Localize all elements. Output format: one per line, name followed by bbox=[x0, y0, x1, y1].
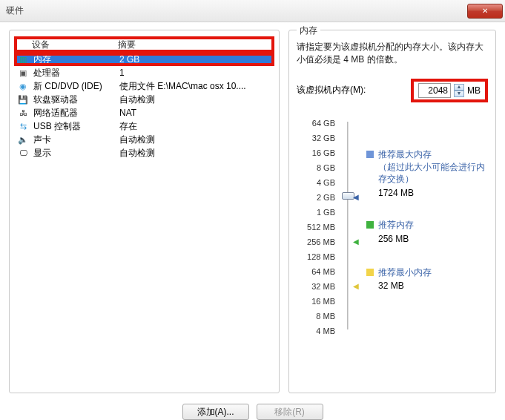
device-list: ▥内存2 GB▣处理器1◉新 CD/DVD (IDE)使用文件 E:\MAC\m… bbox=[14, 53, 274, 388]
device-row[interactable]: 🔈声卡自动检测 bbox=[14, 133, 274, 146]
memory-icon: ▥ bbox=[17, 53, 29, 65]
slider-tick: 8 MB bbox=[297, 309, 338, 324]
device-name: 新 CD/DVD (IDE) bbox=[33, 80, 115, 93]
device-name: 处理器 bbox=[33, 67, 115, 79]
legend-rec-swatch bbox=[366, 221, 374, 229]
device-row[interactable]: ◉新 CD/DVD (IDE)使用文件 E:\MAC\mac osx 10...… bbox=[14, 79, 274, 93]
memory-spin-down[interactable]: ▼ bbox=[454, 91, 464, 97]
memory-description: 请指定要为该虚拟机分配的内存大小。该内存大小值必须是 4 MB 的倍数。 bbox=[297, 41, 488, 67]
device-row[interactable]: ▥内存2 GB bbox=[14, 53, 274, 66]
marker-max-icon: ◀ bbox=[353, 193, 359, 201]
slider-tick: 512 MB bbox=[297, 220, 338, 234]
processor-icon: ▣ bbox=[17, 67, 29, 79]
slider-tick: 64 MB bbox=[297, 264, 338, 279]
slider-tick: 64 GB bbox=[297, 116, 338, 131]
slider-tick: 256 MB bbox=[297, 234, 338, 249]
column-summary: 摘要 bbox=[118, 39, 136, 51]
legend-max-label: 推荐最大内存 bbox=[378, 148, 488, 161]
floppy-icon: 💾 bbox=[17, 93, 29, 105]
add-button[interactable]: 添加(A)... bbox=[182, 404, 249, 420]
slider-tick: 4 GB bbox=[297, 175, 338, 190]
legend-min-value: 32 MB bbox=[378, 280, 432, 292]
legend-max-value: 1724 MB bbox=[378, 187, 488, 200]
memory-settings-panel: 内存 请指定要为该虚拟机分配的内存大小。该内存大小值必须是 4 MB 的倍数。 … bbox=[288, 30, 496, 393]
group-label-memory: 内存 bbox=[297, 24, 320, 37]
slider-tick: 32 GB bbox=[297, 131, 338, 145]
slider-tick: 2 GB bbox=[297, 190, 338, 205]
memory-slider[interactable]: ◀ ◀ ◀ bbox=[338, 116, 360, 338]
device-name: 软盘驱动器 bbox=[33, 93, 115, 106]
legend-rec-label: 推荐内存 bbox=[378, 219, 414, 232]
marker-min-icon: ◀ bbox=[353, 282, 359, 290]
marker-rec-icon: ◀ bbox=[353, 237, 359, 246]
memory-input-label: 该虚拟机内存(M): bbox=[297, 84, 406, 96]
device-row[interactable]: ⇆USB 控制器存在 bbox=[14, 119, 274, 133]
device-name: 网络适配器 bbox=[33, 107, 115, 119]
titlebar: 硬件 ✕ bbox=[0, 0, 505, 22]
memory-spin-up[interactable]: ▲ bbox=[454, 84, 464, 91]
legend-min: 推荐最小内存 32 MB bbox=[366, 266, 488, 293]
legend-rec-value: 256 MB bbox=[378, 233, 414, 246]
cd-dvd-icon: ◉ bbox=[17, 80, 29, 92]
legend-max-swatch bbox=[366, 151, 374, 158]
button-row: 添加(A)... 移除(R) bbox=[0, 398, 505, 420]
slider-tick-labels: 64 GB32 GB16 GB8 GB4 GB2 GB1 GB512 MB256… bbox=[297, 116, 338, 338]
memory-input[interactable] bbox=[418, 83, 451, 98]
remove-button[interactable]: 移除(R) bbox=[257, 404, 323, 420]
device-summary: 自动检测 bbox=[119, 93, 274, 106]
legend-min-label: 推荐最小内存 bbox=[378, 266, 432, 279]
device-row[interactable]: 💾软盘驱动器自动检测 bbox=[14, 93, 274, 106]
legend-max-note: （超过此大小可能会进行内存交换） bbox=[378, 161, 488, 186]
slider-tick: 8 GB bbox=[297, 160, 338, 175]
device-name: 内存 bbox=[33, 53, 115, 66]
display-icon: 🖵 bbox=[17, 147, 29, 159]
device-summary: NAT bbox=[119, 108, 274, 118]
slider-tick: 16 GB bbox=[297, 145, 338, 160]
memory-legend: 推荐最大内存 （超过此大小可能会进行内存交换） 1724 MB 推荐内存 256… bbox=[360, 116, 488, 338]
device-summary: 2 GB bbox=[119, 54, 274, 65]
legend-rec: 推荐内存 256 MB bbox=[366, 219, 488, 246]
column-device: 设备 bbox=[32, 39, 118, 51]
sound-card-icon: 🔈 bbox=[17, 134, 29, 145]
device-summary: 自动检测 bbox=[119, 147, 274, 160]
device-name: 显示 bbox=[33, 147, 115, 160]
legend-max: 推荐最大内存 （超过此大小可能会进行内存交换） 1724 MB bbox=[366, 148, 488, 200]
memory-input-highlight: ▲ ▼ MB bbox=[411, 79, 488, 102]
device-summary: 存在 bbox=[119, 120, 274, 133]
device-name: USB 控制器 bbox=[33, 120, 115, 133]
device-row[interactable]: 🖵显示自动检测 bbox=[14, 146, 274, 160]
window-title: 硬件 bbox=[6, 4, 24, 17]
device-summary: 使用文件 E:\MAC\mac osx 10.... bbox=[119, 80, 274, 93]
memory-unit: MB bbox=[467, 85, 481, 96]
legend-min-swatch bbox=[366, 269, 374, 276]
network-adapter-icon: 🖧 bbox=[17, 107, 29, 119]
slider-track bbox=[347, 122, 349, 329]
slider-tick: 32 MB bbox=[297, 279, 338, 294]
usb-controller-icon: ⇆ bbox=[17, 120, 29, 132]
slider-tick: 128 MB bbox=[297, 249, 338, 264]
slider-tick: 1 GB bbox=[297, 205, 338, 220]
device-row[interactable]: ▣处理器1 bbox=[14, 66, 274, 79]
device-table-header: 设备 摘要 bbox=[14, 36, 274, 53]
slider-tick: 4 MB bbox=[297, 324, 338, 338]
device-summary: 1 bbox=[119, 68, 274, 78]
close-button[interactable]: ✕ bbox=[467, 4, 503, 19]
device-list-panel: 设备 摘要 ▥内存2 GB▣处理器1◉新 CD/DVD (IDE)使用文件 E:… bbox=[9, 30, 280, 393]
device-summary: 自动检测 bbox=[119, 134, 274, 146]
device-name: 声卡 bbox=[33, 134, 115, 146]
device-row[interactable]: 🖧网络适配器NAT bbox=[14, 106, 274, 119]
slider-tick: 16 MB bbox=[297, 294, 338, 309]
